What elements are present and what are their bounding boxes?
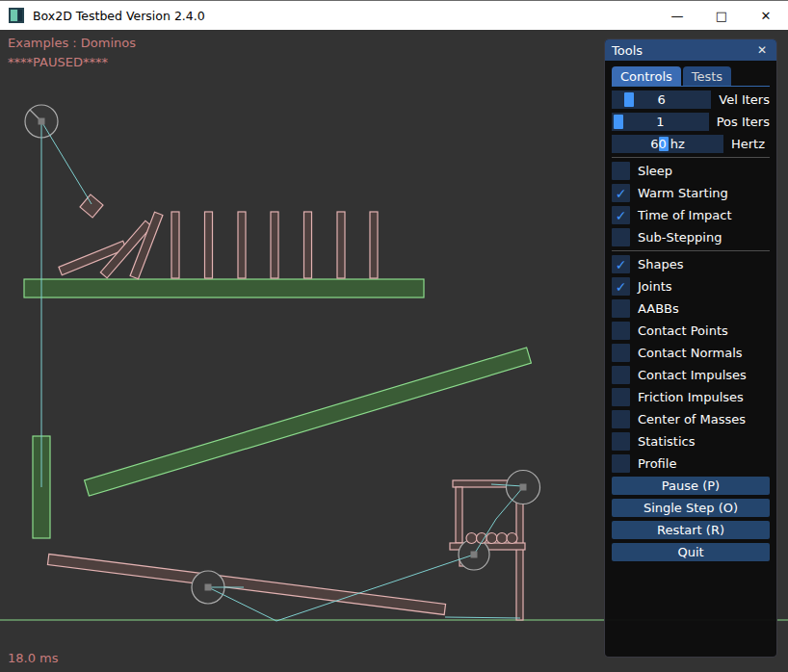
checkbox-row-sleep: Sleep xyxy=(612,162,770,180)
joint-line xyxy=(445,617,520,618)
check-icon: ✓ xyxy=(616,258,627,271)
checkbox-sleep[interactable] xyxy=(612,162,630,180)
frame-right-post xyxy=(516,487,523,620)
checkbox-label: Statistics xyxy=(638,434,695,449)
checkbox-label: Friction Impulses xyxy=(638,390,744,404)
slider-vel-iters[interactable]: 6 xyxy=(612,90,711,109)
close-button[interactable]: ✕ xyxy=(744,1,788,30)
frame-time-label: 18.0 ms xyxy=(8,651,59,665)
checkbox-warm-starting[interactable]: ✓ xyxy=(612,184,630,202)
separator xyxy=(612,250,770,251)
ramp xyxy=(85,348,532,496)
checkbox-row-friction-impulses: Friction Impulses xyxy=(612,388,770,406)
joint-anchor xyxy=(520,484,527,491)
restart-r-button[interactable]: Restart (R) xyxy=(612,521,770,539)
checkbox-row-contact-normals: Contact Normals xyxy=(612,344,770,362)
tools-panel-title: Tools xyxy=(612,43,754,58)
slider-pos-iters[interactable]: 1 xyxy=(612,113,709,131)
check-icon: ✓ xyxy=(616,209,627,222)
app-icon xyxy=(9,8,24,23)
checkbox-label: Time of Impact xyxy=(638,208,732,222)
window-titlebar: Box2D Testbed Version 2.4.0 — □ ✕ xyxy=(0,0,788,30)
domino xyxy=(370,212,378,278)
slider-label: Hertz xyxy=(731,137,765,151)
slider-label: Pos Iters xyxy=(717,115,770,129)
pendulum-box xyxy=(80,194,103,218)
slider-label: Vel Iters xyxy=(719,92,770,107)
checkbox-row-warm-starting: ✓Warm Starting xyxy=(612,184,770,202)
checkbox-label: Profile xyxy=(638,456,676,471)
checkbox-shapes[interactable]: ✓ xyxy=(612,255,630,273)
checkbox-statistics[interactable] xyxy=(612,432,630,451)
checkbox-label: Shapes xyxy=(638,257,683,271)
checkbox-time-of-impact[interactable]: ✓ xyxy=(612,206,630,224)
checkbox-center-of-masses[interactable] xyxy=(612,410,630,428)
frame-left-post xyxy=(456,487,462,543)
slider-value: 1 xyxy=(612,113,709,131)
separator xyxy=(612,157,770,158)
checkbox-contact-points[interactable] xyxy=(612,322,630,340)
checkbox-profile[interactable] xyxy=(612,454,630,473)
domino xyxy=(205,212,213,278)
check-icon: ✓ xyxy=(616,280,627,294)
pause-p-button[interactable]: Pause (P) xyxy=(612,477,770,495)
maximize-button[interactable]: □ xyxy=(699,1,744,30)
check-icon: ✓ xyxy=(616,187,627,200)
tools-panel: Tools ✕ ControlsTests 6Vel Iters1Pos Ite… xyxy=(604,39,777,658)
checkbox-label: Warm Starting xyxy=(638,186,728,200)
checkbox-label: Contact Impulses xyxy=(638,368,747,382)
domino xyxy=(304,212,312,278)
minimize-button[interactable]: — xyxy=(655,1,699,30)
slider-row-hertz: 60 hzHertz xyxy=(612,135,770,153)
slider-hertz[interactable]: 60 hz xyxy=(612,135,723,153)
checkbox-row-statistics: Statistics xyxy=(612,432,770,451)
window-title: Box2D Testbed Version 2.4.0 xyxy=(33,9,205,23)
paused-label: ****PAUSED**** xyxy=(8,55,108,69)
quit-button[interactable]: Quit xyxy=(612,543,770,561)
joint-anchor xyxy=(39,118,45,125)
ball xyxy=(486,533,497,544)
checkbox-joints[interactable]: ✓ xyxy=(612,277,630,296)
checkbox-label: Sub-Stepping xyxy=(638,230,722,245)
single-step-o-button[interactable]: Single Step (O) xyxy=(612,499,770,517)
checkbox-row-shapes: ✓Shapes xyxy=(612,255,770,273)
ball xyxy=(466,533,477,544)
joint-anchor xyxy=(471,552,478,558)
panel-close-icon[interactable]: ✕ xyxy=(754,42,770,58)
checkbox-row-contact-points: Contact Points xyxy=(612,322,770,340)
checkbox-row-time-of-impact: ✓Time of Impact xyxy=(612,206,770,224)
tools-panel-titlebar[interactable]: Tools ✕ xyxy=(605,39,776,61)
checkbox-contact-impulses[interactable] xyxy=(612,366,630,384)
checkbox-sub-stepping[interactable] xyxy=(612,228,630,246)
checkbox-row-aabbs: AABBs xyxy=(612,299,770,318)
slider-value: 60 hz xyxy=(612,135,723,153)
example-label: Examples : Dominos xyxy=(8,36,136,50)
domino xyxy=(337,212,345,278)
checkbox-label: Joints xyxy=(638,279,672,294)
checkbox-label: AABBs xyxy=(638,301,679,316)
tab-controls[interactable]: Controls xyxy=(612,66,681,86)
domino xyxy=(271,212,278,278)
ball xyxy=(507,533,517,544)
checkbox-aabbs[interactable] xyxy=(612,299,630,318)
joint-anchor xyxy=(205,584,212,591)
checkbox-row-sub-stepping: Sub-Stepping xyxy=(612,228,770,246)
slider-value: 6 xyxy=(612,90,711,109)
checkbox-row-contact-impulses: Contact Impulses xyxy=(612,366,770,384)
tab-tests[interactable]: Tests xyxy=(683,66,731,86)
checkbox-label: Center of Masses xyxy=(638,412,746,426)
checkbox-label: Contact Normals xyxy=(638,346,743,360)
checkbox-friction-impulses[interactable] xyxy=(612,388,630,406)
checkbox-contact-normals[interactable] xyxy=(612,344,630,362)
slider-row-pos-iters: 1Pos Iters xyxy=(612,113,770,131)
slider-row-vel-iters: 6Vel Iters xyxy=(612,90,770,109)
domino xyxy=(238,212,246,278)
checkbox-row-center-of-masses: Center of Masses xyxy=(612,410,770,428)
ball xyxy=(497,533,508,544)
platform xyxy=(24,279,424,297)
checkbox-row-profile: Profile xyxy=(612,454,770,473)
checkbox-row-joints: ✓Joints xyxy=(612,277,770,296)
checkbox-label: Contact Points xyxy=(638,323,728,338)
domino xyxy=(171,212,179,278)
checkbox-label: Sleep xyxy=(638,164,672,178)
